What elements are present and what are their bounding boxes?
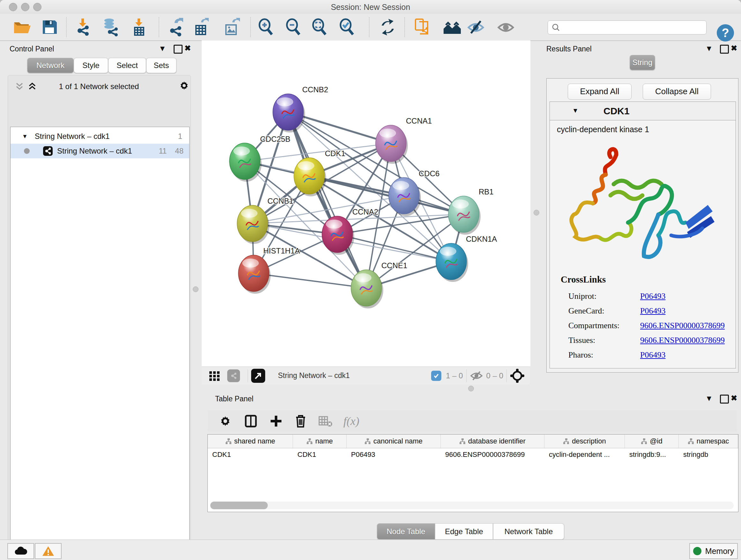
delete-column-icon[interactable] [294, 414, 307, 428]
network-node-cdkn1a[interactable]: CDKN1A [436, 235, 497, 282]
tab-edge-table[interactable]: Edge Table [435, 523, 493, 540]
table-cell[interactable]: stringdb [679, 448, 738, 461]
crosslink-link[interactable]: 9606.ENSP00000378699 [640, 321, 725, 330]
zoom-in-icon[interactable] [257, 18, 275, 37]
warnings-button[interactable] [35, 543, 62, 559]
tab-node-table[interactable]: Node Table [377, 523, 435, 540]
table-cell[interactable]: CDK1 [293, 448, 347, 461]
network-row[interactable]: String Network – cdk1 11 48 [10, 144, 189, 159]
node-label: CCNE1 [381, 261, 407, 270]
crosslink-link[interactable]: 9606.ENSP00000378699 [640, 335, 725, 345]
table-cell[interactable]: CDK1 [208, 448, 293, 461]
export-table-icon[interactable] [192, 18, 211, 37]
tab-select[interactable]: Select [108, 58, 146, 73]
tab-string[interactable]: String [630, 55, 655, 70]
table-cell[interactable]: P06493 [347, 448, 441, 461]
node-label: HIST1H1A [263, 246, 300, 255]
hidden-eye-icon[interactable] [470, 370, 483, 381]
table-column-header[interactable]: shared name [208, 435, 293, 448]
tab-network[interactable]: Network [27, 58, 74, 73]
table-cell[interactable]: cyclin-dependent ... [544, 448, 625, 461]
table-panel-menu-icon[interactable]: ▼ [705, 395, 713, 402]
birds-eye-view-icon[interactable] [251, 369, 265, 383]
table-column-header[interactable]: @id [625, 435, 679, 448]
bottom-statusbar: Memory [0, 540, 741, 560]
memory-button[interactable]: Memory [689, 543, 738, 559]
save-session-icon[interactable] [40, 18, 59, 37]
show-all-icon[interactable] [496, 18, 515, 37]
results-panel-close-icon[interactable]: ✖ [731, 44, 737, 52]
tab-sets[interactable]: Sets [146, 58, 177, 73]
tab-network-table[interactable]: Network Table [493, 523, 564, 540]
function-builder-icon[interactable]: f(x) [343, 415, 359, 428]
network-node-cdc6[interactable]: CDC6 [389, 169, 440, 216]
gene-section-header[interactable]: ▼ CDK1 [550, 102, 736, 120]
table-column-header[interactable]: description [544, 435, 625, 448]
network-options-gear-icon[interactable] [179, 80, 190, 91]
tab-style[interactable]: Style [74, 58, 108, 73]
network-edge[interactable] [288, 112, 366, 288]
network-node-ccnb1[interactable]: CCNB1 [237, 197, 293, 244]
hide-selected-icon[interactable] [467, 18, 485, 37]
network-node-hist1h1a[interactable]: HIST1H1A [239, 246, 300, 294]
table-cell[interactable]: 9606.ENSP00000378699 [441, 448, 544, 461]
export-image-icon[interactable] [223, 18, 241, 37]
table-horizontal-scrollbar[interactable] [210, 502, 734, 509]
window-title: Session: New Session [0, 3, 741, 12]
zoom-out-icon[interactable] [284, 18, 302, 37]
delete-table-icon[interactable] [319, 415, 333, 427]
table-column-header[interactable]: namespac [679, 435, 738, 448]
table-column-header[interactable]: database identifier [441, 435, 544, 448]
import-table-file-icon[interactable] [130, 18, 148, 37]
scrollbar-thumb[interactable] [210, 502, 268, 509]
network-node-ccnb2[interactable]: CCNB2 [273, 85, 328, 132]
network-canvas[interactable]: CCNB2CCNA1CDC25BCDK1CDC6RB1CCNB1CCNA2CDK… [202, 41, 530, 367]
results-panel-menu-icon[interactable]: ▼ [705, 45, 713, 52]
crosslink-link[interactable]: P06493 [640, 306, 665, 316]
expand-all-button[interactable]: Expand All [568, 84, 631, 100]
network-node-ccna1[interactable]: CCNA1 [376, 117, 432, 164]
selected-checkbox-icon[interactable] [431, 371, 441, 381]
center-view-icon[interactable] [510, 368, 525, 383]
help-button[interactable]: ? [717, 24, 734, 42]
control-panel-close-icon[interactable]: ✖ [185, 44, 191, 52]
crosslink-link[interactable]: P06493 [640, 292, 665, 301]
network-collection-row[interactable]: ▼ String Network – cdk1 1 [10, 129, 189, 144]
add-column-icon[interactable] [269, 415, 283, 428]
import-network-file-icon[interactable] [73, 18, 92, 37]
collection-expander-icon[interactable]: ▼ [22, 133, 28, 140]
table-column-header[interactable]: canonical name [347, 435, 441, 448]
zoom-selected-icon[interactable] [338, 18, 356, 37]
open-session-icon[interactable] [12, 18, 30, 37]
right-splitter-handle[interactable] [534, 210, 539, 215]
first-neighbors-icon[interactable] [443, 18, 461, 37]
table-panel-float-icon[interactable] [720, 395, 729, 403]
left-splitter-handle[interactable] [193, 287, 199, 292]
cloud-status-button[interactable] [7, 543, 34, 559]
toolbar-search [548, 20, 706, 35]
table-column-header[interactable]: name [293, 435, 347, 448]
collapse-all-button[interactable]: Collapse All [643, 84, 711, 100]
table-panel-close-icon[interactable]: ✖ [731, 394, 737, 402]
grid-view-icon[interactable] [209, 370, 220, 381]
network-badge-icon[interactable] [227, 369, 240, 382]
open-in-cytoscape-cloud-icon[interactable] [413, 18, 431, 37]
refresh-view-icon[interactable] [379, 18, 397, 37]
control-panel-menu-icon[interactable]: ▼ [158, 45, 166, 52]
network-node-cdc25b[interactable]: CDC25B [229, 135, 290, 182]
import-network-database-icon[interactable] [102, 18, 120, 37]
control-panel-float-icon[interactable] [174, 45, 183, 54]
network-node-ccne1[interactable]: CCNE1 [351, 261, 407, 308]
table-row[interactable]: CDK1CDK1P064939606.ENSP00000378699cyclin… [208, 448, 738, 461]
network-node-rb1[interactable]: RB1 [448, 187, 494, 235]
network-node-ccna2[interactable]: CCNA2 [322, 207, 378, 255]
crosslink-link[interactable]: P06493 [640, 350, 665, 360]
show-columns-icon[interactable] [244, 414, 258, 428]
export-network-icon[interactable] [166, 18, 185, 37]
zoom-fit-icon[interactable] [310, 18, 329, 37]
gene-expander-icon[interactable]: ▼ [572, 107, 579, 114]
table-settings-gear-icon[interactable] [219, 415, 232, 428]
search-input[interactable] [560, 23, 695, 32]
table-cell[interactable]: stringdb:9... [625, 448, 679, 461]
results-panel-float-icon[interactable] [720, 45, 729, 54]
